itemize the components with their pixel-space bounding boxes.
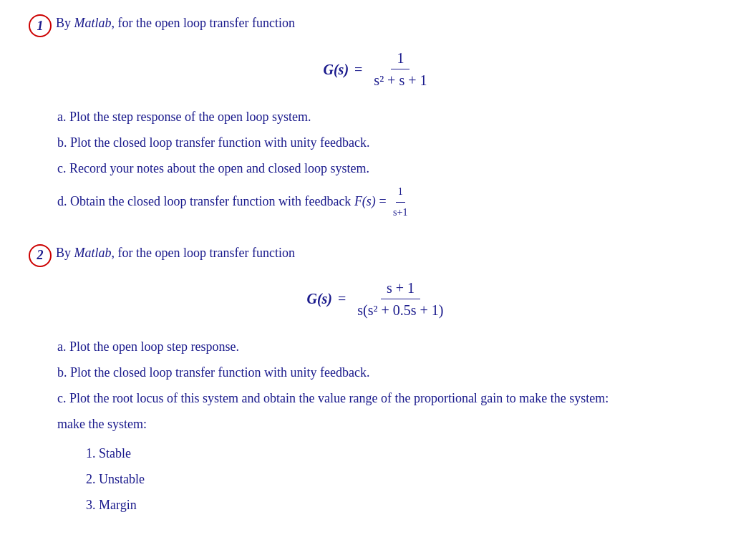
problem-2-fraction: s + 1 s(s² + 0.5s + 1) [352, 280, 449, 319]
problem-1-fs: F(s) [354, 194, 376, 208]
problem-2-title: By Matlab, for the open loop transfer fu… [56, 244, 295, 262]
problem-1-numerator: 1 [391, 50, 410, 69]
problem-2-subpart-1: 1. Stable [86, 441, 727, 465]
problem-1: 1 By Matlab, for the open loop transfer … [29, 14, 727, 223]
problem-1-denominator: s² + s + 1 [368, 71, 432, 89]
problem-1-feedback-fraction: 1 s+1 [391, 183, 410, 223]
problem-1-equals: = [354, 62, 362, 78]
problem-2-formula-block: G(s) = s + 1 s(s² + 0.5s + 1) [29, 280, 727, 319]
problem-1-header: 1 By Matlab, for the open loop transfer … [29, 14, 727, 37]
problem-2-formula: G(s) = s + 1 s(s² + 0.5s + 1) [306, 280, 449, 319]
problem-1-lhs: G(s) [324, 62, 349, 78]
problem-1-formula-block: G(s) = 1 s² + s + 1 [29, 50, 727, 89]
problem-1-part-c: c. Record your notes about the open and … [57, 156, 727, 180]
problem-1-formula: G(s) = 1 s² + s + 1 [324, 50, 433, 89]
problem-1-circle: 1 [29, 14, 52, 37]
problem-2-lhs: G(s) [306, 291, 332, 307]
problem-2: 2 By Matlab, for the open loop transfer … [29, 244, 727, 517]
problem-1-part-d: d. Obtain the closed loop transfer funct… [57, 183, 727, 223]
problem-2-subpart-3: 3. Margin [86, 493, 727, 517]
problem-2-equals: = [338, 291, 346, 307]
problem-2-numerator: s + 1 [381, 280, 420, 299]
problem-2-part-b: b. Plot the closed loop transfer functio… [57, 360, 727, 385]
problem-1-matlab: Matlab [74, 16, 112, 30]
problem-2-denominator: s(s² + 0.5s + 1) [352, 301, 449, 319]
problem-1-part-a: a. Plot the step response of the open lo… [57, 105, 727, 129]
problem-2-subpart-2: 2. Unstable [86, 467, 727, 491]
problem-2-part-c: c. Plot the root locus of this system an… [57, 386, 727, 410]
problem-1-part-b: b. Plot the closed loop transfer functio… [57, 130, 727, 155]
problem-2-circle: 2 [29, 244, 52, 267]
problem-2-header: 2 By Matlab, for the open loop transfer … [29, 244, 727, 267]
problem-2-matlab: Matlab [74, 246, 112, 260]
problem-1-title: By Matlab, for the open loop transfer fu… [56, 14, 295, 32]
problem-2-sub-parts: 1. Stable 2. Unstable 3. Margin [86, 441, 727, 518]
problem-1-fraction: 1 s² + s + 1 [368, 50, 432, 89]
problem-2-make-system: make the system: [57, 412, 727, 436]
problem-1-parts: a. Plot the step response of the open lo… [57, 105, 727, 223]
problem-2-parts: a. Plot the open loop step response. b. … [57, 334, 727, 517]
problem-2-part-a: a. Plot the open loop step response. [57, 334, 727, 359]
